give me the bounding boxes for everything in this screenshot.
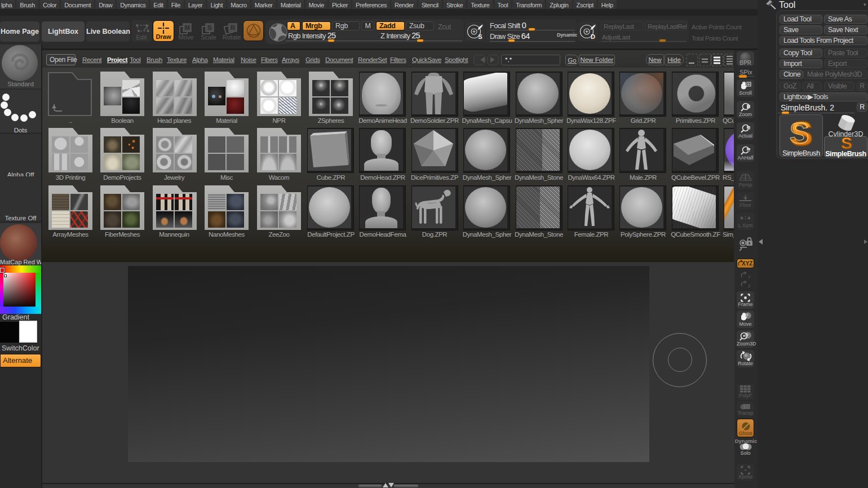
svg-text:S: S (841, 134, 852, 152)
svg-text:x1: x1 (747, 127, 751, 130)
svg-text:Z: Z (748, 283, 751, 288)
svg-text:S: S (207, 24, 211, 31)
svg-text:R: R (231, 24, 235, 31)
svg-text:D: D (591, 33, 595, 40)
svg-text:S: S (478, 33, 482, 40)
svg-text:Y: Y (748, 274, 751, 279)
svg-text:M: M (184, 24, 189, 31)
svg-text:S: S (790, 117, 809, 149)
